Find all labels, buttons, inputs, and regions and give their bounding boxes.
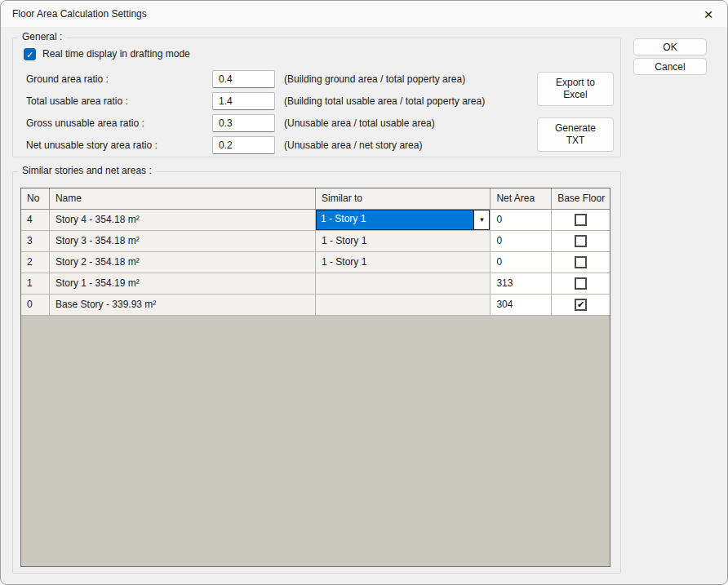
base-floor-checkbox[interactable] [575,256,587,268]
cell-net-area[interactable]: 0 [491,210,552,231]
total-usable-area-ratio-hint: (Building total usable area / total pope… [284,92,485,110]
base-floor-checkbox[interactable] [575,235,587,247]
gross-unusable-area-ratio-label: Gross unusable area ratio : [26,114,206,132]
cell-base-floor [552,210,610,231]
window-title: Floor Area Calculation Settings [12,1,147,27]
checkmark-icon: ✔ [577,300,584,309]
table-row: 1Story 1 - 354.19 m²313 [21,273,610,295]
table-row: 2Story 2 - 354.18 m²1 - Story 10 [21,252,610,273]
ok-button[interactable]: OK [633,38,707,55]
header-name: Name [50,188,316,209]
cell-net-area[interactable]: 0 [491,252,552,273]
generate-txt-button[interactable]: Generate TXT [537,117,614,152]
realtime-display-label: Real time display in drafting mode [42,47,190,60]
stories-table-body: 4Story 4 - 354.18 m²1 - Story 1▼03Story … [21,210,610,316]
cell-similar-to [316,273,491,295]
net-unusable-story-area-ratio-hint: (Unusable area / net story area) [284,136,422,154]
general-groupbox: General : ✓ Real time display in draftin… [12,38,621,157]
cell-similar-to [316,295,491,316]
cell-base-floor [552,273,610,295]
total-usable-area-ratio-label: Total usable area ratio : [26,92,206,110]
cell-base-floor [552,252,610,273]
total-usable-area-ratio-row: Total usable area ratio : (Building tota… [13,92,622,110]
chevron-down-icon: ▼ [478,217,485,224]
header-similar-to: Similar to [316,188,491,209]
ground-area-ratio-label: Ground area ratio : [26,70,206,88]
similar-stories-groupbox: Similar stories and net areas : No Name … [12,171,621,574]
cell-net-area[interactable]: 0 [491,231,552,252]
gross-unusable-area-ratio-hint: (Unusable area / total usable area) [284,114,435,132]
table-row: 3Story 3 - 354.18 m²1 - Story 10 [21,231,610,252]
dropdown-selected-value: 1 - Story 1 [317,211,473,229]
header-base-floor: Base Floor [552,188,610,209]
net-unusable-story-area-ratio-input[interactable] [212,136,275,154]
cell-no: 2 [21,252,50,273]
cell-similar-to: 1 - Story 1▼ [316,210,491,231]
stories-table-header: No Name Similar to Net Area Base Floor [21,188,610,210]
cell-base-floor [552,231,610,252]
total-usable-area-ratio-input[interactable] [212,92,275,110]
cell-name: Story 4 - 354.18 m² [50,210,316,231]
cell-similar-to: 1 - Story 1 [316,252,491,273]
base-floor-checkbox[interactable]: ✔ [575,299,587,311]
table-row: 4Story 4 - 354.18 m²1 - Story 1▼0 [21,210,610,231]
base-floor-checkbox[interactable] [575,277,587,290]
header-no: No [21,188,50,209]
cancel-button[interactable]: Cancel [633,58,707,75]
cell-name: Base Story - 339.93 m² [50,295,316,316]
cell-similar-to: 1 - Story 1 [316,231,491,252]
cell-net-area[interactable]: 313 [491,273,552,295]
close-icon[interactable]: × [695,2,722,25]
net-unusable-story-area-ratio-label: Net unusable story area ratio : [26,136,206,154]
cell-no: 3 [21,231,50,252]
realtime-display-checkbox-row: ✓ Real time display in drafting mode [24,47,190,60]
ground-area-ratio-hint: (Building ground area / total poperty ar… [284,70,465,88]
cell-no: 0 [21,295,50,316]
net-unusable-story-area-ratio-row: Net unusable story area ratio : (Unusabl… [13,136,622,154]
ground-area-ratio-row: Ground area ratio : (Building ground are… [13,70,622,88]
cell-name: Story 1 - 354.19 m² [50,273,316,295]
export-to-excel-button[interactable]: Export to Excel [537,72,614,106]
cell-no: 1 [21,273,50,295]
similar-stories-group-label: Similar stories and net areas : [18,165,156,176]
ground-area-ratio-input[interactable] [212,70,275,88]
similar-to-dropdown[interactable]: 1 - Story 1▼ [316,210,490,230]
gross-unusable-area-ratio-row: Gross unusable area ratio : (Unusable ar… [13,114,622,132]
realtime-display-checkbox[interactable]: ✓ [24,48,36,60]
stories-table: No Name Similar to Net Area Base Floor 4… [20,188,610,567]
floor-area-calculation-settings-dialog: Floor Area Calculation Settings × OK Can… [0,0,728,585]
cell-name: Story 3 - 354.18 m² [50,231,316,252]
cell-base-floor: ✔ [552,295,610,316]
gross-unusable-area-ratio-input[interactable] [212,114,275,132]
base-floor-checkbox[interactable] [575,214,587,226]
cell-name: Story 2 - 354.18 m² [50,252,316,273]
cell-no: 4 [21,210,50,231]
table-row: 0Base Story - 339.93 m²304✔ [21,295,610,316]
dropdown-arrow-button[interactable]: ▼ [473,211,489,229]
title-bar: Floor Area Calculation Settings × [1,1,727,27]
header-net-area: Net Area [491,188,552,209]
general-group-label: General : [18,31,66,42]
cell-net-area[interactable]: 304 [491,295,552,316]
